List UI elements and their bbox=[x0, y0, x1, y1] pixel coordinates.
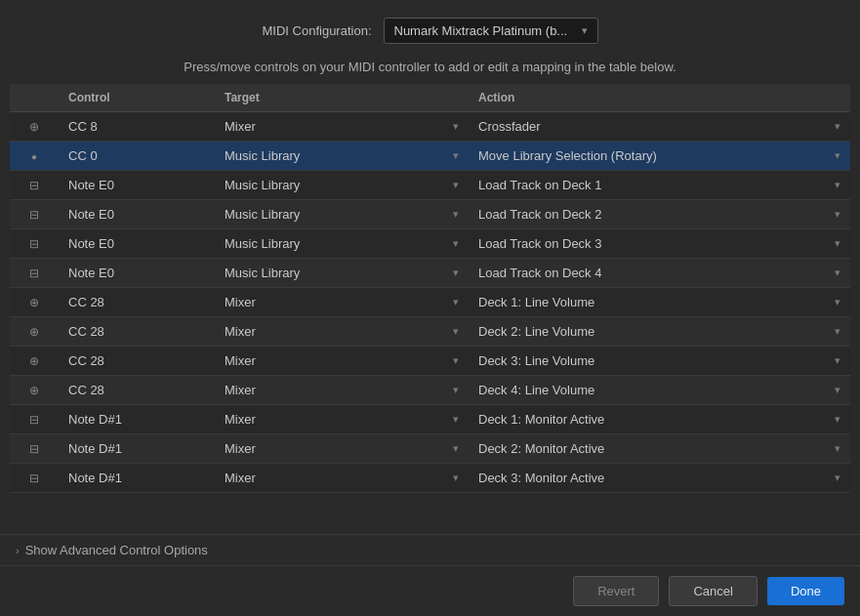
action-cell[interactable]: Deck 4: Line Volume ▾ bbox=[469, 376, 850, 405]
target-dropdown-icon: ▾ bbox=[453, 384, 459, 396]
action-cell[interactable]: Move Library Selection (Rotary) ▾ bbox=[469, 142, 850, 171]
table-row[interactable]: Note E0 Music Library ▾ Load Track on De… bbox=[10, 229, 850, 259]
control-cell: CC 28 bbox=[59, 288, 215, 317]
action-value: Deck 3: Line Volume bbox=[478, 353, 594, 368]
control-type-icon bbox=[29, 208, 39, 222]
table-row[interactable]: CC 28 Mixer ▾ Deck 3: Line Volume ▾ bbox=[10, 347, 850, 376]
target-cell[interactable]: Mixer ▾ bbox=[215, 112, 469, 142]
table-row[interactable]: Note D#1 Mixer ▾ Deck 1: Monitor Active … bbox=[10, 405, 850, 434]
row-icon bbox=[10, 288, 59, 317]
control-cell: Note E0 bbox=[59, 171, 215, 200]
control-type-icon bbox=[29, 237, 39, 251]
table-row[interactable]: Note D#1 Mixer ▾ Deck 2: Monitor Active … bbox=[10, 434, 850, 464]
revert-button[interactable]: Revert bbox=[573, 576, 659, 606]
table-row[interactable]: Note D#1 Mixer ▾ Deck 3: Monitor Active … bbox=[10, 464, 850, 493]
row-icon bbox=[10, 376, 59, 405]
control-cell: Note D#1 bbox=[59, 464, 215, 493]
target-value: Mixer bbox=[225, 441, 256, 456]
header-section: MIDI Configuration: Numark Mixtrack Plat… bbox=[0, 0, 860, 54]
control-cell: CC 28 bbox=[59, 347, 215, 376]
action-cell[interactable]: Load Track on Deck 1 ▾ bbox=[469, 171, 850, 200]
action-value: Load Track on Deck 4 bbox=[478, 266, 601, 280]
action-cell[interactable]: Deck 2: Line Volume ▾ bbox=[469, 317, 850, 347]
control-type-icon bbox=[29, 179, 39, 192]
target-value: Music Library bbox=[225, 266, 300, 280]
action-dropdown-icon: ▾ bbox=[835, 325, 840, 338]
target-cell[interactable]: Mixer ▾ bbox=[215, 347, 469, 376]
target-cell[interactable]: Music Library ▾ bbox=[215, 171, 469, 200]
midi-config-label: MIDI Configuration: bbox=[263, 23, 372, 38]
target-dropdown-icon: ▾ bbox=[453, 413, 459, 426]
cancel-button[interactable]: Cancel bbox=[669, 576, 757, 606]
action-cell[interactable]: Load Track on Deck 4 ▾ bbox=[469, 259, 850, 288]
table-row[interactable]: Note E0 Music Library ▾ Load Track on De… bbox=[10, 171, 850, 200]
done-button[interactable]: Done bbox=[767, 577, 844, 605]
target-cell[interactable]: Mixer ▾ bbox=[215, 288, 469, 317]
action-cell[interactable]: Deck 1: Line Volume ▾ bbox=[469, 288, 850, 317]
col-action: Action bbox=[469, 84, 850, 112]
advanced-toggle-arrow-icon: › bbox=[16, 545, 20, 556]
target-cell[interactable]: Mixer ▾ bbox=[215, 376, 469, 405]
control-type-icon bbox=[29, 384, 39, 397]
action-value: Deck 2: Line Volume bbox=[478, 324, 594, 339]
control-cell: Note D#1 bbox=[59, 405, 215, 434]
target-dropdown-icon: ▾ bbox=[453, 179, 459, 191]
table-row[interactable]: Note E0 Music Library ▾ Load Track on De… bbox=[10, 200, 850, 229]
mapping-table-container: Control Target Action CC 8 Mixer ▾ Cross… bbox=[10, 84, 850, 534]
action-value: Move Library Selection (Rotary) bbox=[478, 148, 657, 163]
action-dropdown-icon: ▾ bbox=[835, 384, 840, 396]
table-row[interactable]: Note E0 Music Library ▾ Load Track on De… bbox=[10, 259, 850, 288]
target-cell[interactable]: Music Library ▾ bbox=[215, 142, 469, 171]
control-type-icon bbox=[29, 354, 39, 368]
target-cell[interactable]: Mixer ▾ bbox=[215, 405, 469, 434]
target-cell[interactable]: Music Library ▾ bbox=[215, 200, 469, 229]
buttons-section: Revert Cancel Done bbox=[0, 565, 860, 616]
control-type-icon bbox=[29, 267, 39, 280]
target-value: Mixer bbox=[225, 295, 256, 309]
target-dropdown-icon: ▾ bbox=[453, 120, 459, 133]
target-dropdown-icon: ▾ bbox=[453, 208, 459, 221]
target-cell[interactable]: Mixer ▾ bbox=[215, 464, 469, 493]
row-icon bbox=[10, 229, 59, 259]
table-row[interactable]: CC 28 Mixer ▾ Deck 1: Line Volume ▾ bbox=[10, 288, 850, 317]
action-value: Crossfader bbox=[478, 119, 541, 134]
advanced-toggle-label: Show Advanced Control Options bbox=[25, 543, 208, 557]
control-type-icon bbox=[29, 296, 39, 309]
target-cell[interactable]: Mixer ▾ bbox=[215, 434, 469, 464]
target-cell[interactable]: Mixer ▾ bbox=[215, 317, 469, 347]
target-dropdown-icon: ▾ bbox=[453, 442, 459, 455]
target-cell[interactable]: Music Library ▾ bbox=[215, 259, 469, 288]
col-icon bbox=[10, 84, 59, 112]
table-row[interactable]: CC 8 Mixer ▾ Crossfader ▾ bbox=[10, 112, 850, 142]
target-value: Mixer bbox=[225, 119, 256, 134]
control-cell: Note E0 bbox=[59, 229, 215, 259]
target-value: Mixer bbox=[225, 324, 256, 339]
control-type-icon bbox=[29, 120, 39, 134]
target-value: Music Library bbox=[225, 236, 300, 251]
control-cell: CC 8 bbox=[59, 112, 215, 142]
target-dropdown-icon: ▾ bbox=[453, 296, 459, 308]
row-icon bbox=[10, 171, 59, 200]
action-cell[interactable]: Deck 2: Monitor Active ▾ bbox=[469, 434, 850, 464]
action-value: Deck 3: Monitor Active bbox=[478, 471, 604, 485]
action-dropdown-icon: ▾ bbox=[835, 208, 840, 221]
action-value: Load Track on Deck 3 bbox=[478, 236, 601, 251]
target-value: Music Library bbox=[225, 207, 300, 222]
midi-config-dropdown[interactable]: Numark Mixtrack Platinum (b... ▾ bbox=[384, 18, 598, 44]
action-cell[interactable]: Deck 1: Monitor Active ▾ bbox=[469, 405, 850, 434]
action-cell[interactable]: Load Track on Deck 2 ▾ bbox=[469, 200, 850, 229]
target-dropdown-icon: ▾ bbox=[453, 237, 459, 250]
action-cell[interactable]: Crossfader ▾ bbox=[469, 112, 850, 142]
table-row[interactable]: CC 28 Mixer ▾ Deck 2: Line Volume ▾ bbox=[10, 317, 850, 347]
target-dropdown-icon: ▾ bbox=[453, 149, 459, 162]
action-cell[interactable]: Deck 3: Monitor Active ▾ bbox=[469, 464, 850, 493]
target-cell[interactable]: Music Library ▾ bbox=[215, 229, 469, 259]
action-cell[interactable]: Load Track on Deck 3 ▾ bbox=[469, 229, 850, 259]
advanced-toggle-button[interactable]: › Show Advanced Control Options bbox=[16, 543, 844, 557]
action-cell[interactable]: Deck 3: Line Volume ▾ bbox=[469, 347, 850, 376]
table-row[interactable]: CC 0 Music Library ▾ Move Library Select… bbox=[10, 142, 850, 171]
target-value: Mixer bbox=[225, 383, 256, 397]
action-dropdown-icon: ▾ bbox=[835, 442, 840, 455]
action-value: Load Track on Deck 1 bbox=[478, 178, 601, 192]
table-row[interactable]: CC 28 Mixer ▾ Deck 4: Line Volume ▾ bbox=[10, 376, 850, 405]
